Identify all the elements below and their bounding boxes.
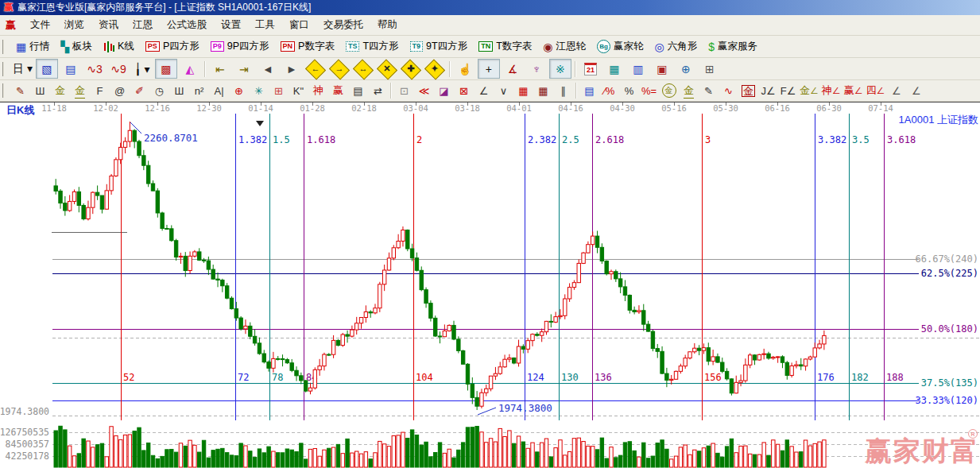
- chart-canvas[interactable]: 11-1812-0212-1612-3001-1401-2802-1803-04…: [0, 102, 980, 468]
- f-comb-button[interactable]: F: [90, 82, 110, 100]
- gold-boxed-tool-button[interactable]: 金: [738, 82, 758, 100]
- red-wave-tool-button[interactable]: ∿: [719, 82, 738, 100]
- shen-angle-tool-button[interactable]: 神∠: [820, 82, 842, 100]
- ruler-123-button[interactable]: ▤: [348, 82, 368, 100]
- parallel-lines-tool-button[interactable]: ∥: [553, 82, 573, 100]
- comb-lines-button[interactable]: Ш: [30, 82, 50, 100]
- menu-item[interactable]: 交易委托: [316, 17, 370, 33]
- n-square-tool-button[interactable]: n²: [189, 82, 209, 100]
- angle-plain-2-button[interactable]: ∠: [906, 82, 926, 100]
- percent-tool-button[interactable]: %: [619, 82, 639, 100]
- diamond-star-button[interactable]: ✦: [424, 59, 446, 79]
- calculator-button[interactable]: ▦: [603, 59, 626, 79]
- percent-slash-tool-button[interactable]: ⁄%: [599, 82, 619, 100]
- menu-item[interactable]: 文件: [23, 17, 57, 33]
- airbrush-tool-button[interactable]: ✎: [10, 82, 30, 100]
- feature-button-p-square[interactable]: PSP四方形: [140, 38, 205, 55]
- v-wave-tool-button[interactable]: ∨: [494, 82, 513, 100]
- feature-button-t-number-table[interactable]: TNT数字表: [473, 38, 537, 55]
- menu-item[interactable]: 设置: [214, 17, 248, 33]
- diamond-plus-button[interactable]: ✚: [400, 59, 422, 79]
- gold-angle-tool-button[interactable]: 金∠: [798, 82, 820, 100]
- diamond-right-button[interactable]: →: [328, 59, 351, 79]
- info-panel-button[interactable]: ▤: [60, 59, 82, 79]
- feature-button-p-number-table[interactable]: PNP数字表: [275, 38, 340, 55]
- feature-button-gann-wheel[interactable]: ◉江恩轮: [537, 38, 591, 55]
- toolbar-grip[interactable]: [2, 62, 7, 76]
- single-candle-dropdown-button[interactable]: ╽ ▾: [131, 59, 153, 79]
- angle-plain-1-button[interactable]: ∠: [886, 82, 906, 100]
- menu-item[interactable]: 帮助: [370, 17, 405, 33]
- x-square-tool-button[interactable]: ⊠: [454, 82, 474, 100]
- export-web-button[interactable]: ⊕: [675, 59, 697, 79]
- red-grid-tool-button[interactable]: ▦: [513, 82, 533, 100]
- spiral-tool-button[interactable]: @: [110, 82, 130, 100]
- menu-item[interactable]: 资讯: [91, 17, 126, 33]
- red-pattern-toggle-button[interactable]: ▩: [155, 59, 177, 79]
- goto-last-button[interactable]: ⇥: [233, 59, 255, 79]
- gold-line-tool-button[interactable]: 金: [679, 82, 699, 100]
- gold-sieve-2-button[interactable]: 金: [70, 82, 90, 100]
- f-angle-tool-button[interactable]: F∠: [778, 82, 798, 100]
- shen-comb-tool-button[interactable]: 神: [308, 82, 328, 100]
- feature-button-sectors[interactable]: ▚板块: [55, 38, 98, 55]
- si-angle-tool-button[interactable]: 四∠: [864, 82, 886, 100]
- dark-grid-tool-button[interactable]: ▦: [533, 82, 553, 100]
- fan-square-tool-button[interactable]: ◪: [434, 82, 454, 100]
- purple-shape-tool-button[interactable]: ♆: [525, 59, 548, 79]
- goto-first-button[interactable]: ⇤: [209, 59, 231, 79]
- pattern-window-toggle-button[interactable]: ▧: [36, 59, 58, 79]
- diamond-horizontal-button[interactable]: ↔: [352, 59, 374, 79]
- diamond-left-button[interactable]: ←: [304, 59, 327, 79]
- prev-bar-button[interactable]: ◄: [257, 59, 279, 79]
- mirror-tool-button[interactable]: A|: [209, 82, 229, 100]
- candle-style-dropdown-button[interactable]: 日 ▾: [11, 59, 34, 79]
- wave-segment-9-button[interactable]: ∿9: [107, 59, 130, 79]
- red-pen-tool-button[interactable]: ✐: [130, 82, 149, 100]
- window-titlebar[interactable]: 赢 赢家江恩专业版[赢家内部服务平台] - [上证指数 SH1A0001-167…: [0, 0, 980, 15]
- colored-chart-button[interactable]: ◭: [179, 59, 201, 79]
- angle-fan-tool-button[interactable]: ∠: [474, 82, 494, 100]
- menu-item[interactable]: 工具: [248, 17, 282, 33]
- j-angle-tool-button[interactable]: J∠: [758, 82, 778, 100]
- ying-angle-tool-button[interactable]: 赢∠: [842, 82, 865, 100]
- feature-button-winner-service[interactable]: $赢家服务: [703, 38, 763, 55]
- toolbar-grip[interactable]: [2, 83, 7, 98]
- toolbar-grip[interactable]: [2, 40, 7, 54]
- comb-lines-2-button[interactable]: Ш: [169, 82, 189, 100]
- workstation-button[interactable]: ⊞: [699, 59, 721, 79]
- feature-button-quotes[interactable]: ▦行情: [10, 38, 55, 55]
- calendar-button[interactable]: 21: [579, 59, 602, 79]
- span-arrows-button[interactable]: ⇄: [368, 82, 388, 100]
- wave-segment-3-button[interactable]: ∿3: [83, 59, 106, 79]
- circle-cross-tool-button[interactable]: ⊕: [229, 82, 249, 100]
- blue-ruler-tool-button[interactable]: ▤: [579, 82, 599, 100]
- web-star-tool-button[interactable]: ✳: [249, 82, 269, 100]
- k-wave-tool-button[interactable]: Kʺ: [289, 82, 308, 100]
- save-button[interactable]: ▣: [651, 59, 673, 79]
- feature-button-hexagon[interactable]: ◎六角形: [649, 38, 703, 55]
- crosshair-tool-button[interactable]: +: [478, 59, 500, 79]
- box-tool-button[interactable]: ⊡: [394, 82, 414, 100]
- gold-sieve-1-button[interactable]: 金: [50, 82, 70, 100]
- chart-area[interactable]: 11-1812-0212-1612-3001-1401-2802-1803-04…: [0, 102, 980, 468]
- menu-item[interactable]: 窗口: [282, 17, 316, 33]
- feature-button-winner-wheel[interactable]: Bg赢家轮: [591, 38, 649, 55]
- percent-eq-tool-button[interactable]: %=: [639, 82, 659, 100]
- menu-item[interactable]: 浏览: [57, 17, 91, 33]
- web-grid-tool-button[interactable]: ⊞: [269, 82, 289, 100]
- brain-maze-toggle-button[interactable]: ※: [549, 59, 571, 79]
- red-fan-tool-button[interactable]: ≪: [414, 82, 434, 100]
- time-clock-tool-button[interactable]: ◷: [149, 82, 169, 100]
- notes-button[interactable]: ▥: [627, 59, 649, 79]
- hand-tool-button[interactable]: ☝: [454, 59, 476, 79]
- knife-pen-tool-button[interactable]: ✎: [699, 82, 719, 100]
- feature-button-kline[interactable]: K线: [98, 38, 140, 55]
- feature-button-t-square[interactable]: TST四方形: [340, 38, 405, 55]
- ying-comb-tool-button[interactable]: 赢: [328, 82, 348, 100]
- feature-button-t9-square[interactable]: T99T四方形: [405, 38, 474, 55]
- menu-item[interactable]: 江恩: [126, 17, 160, 33]
- diamond-cross-button[interactable]: ✕: [376, 59, 398, 79]
- angle-measure-button[interactable]: ∡: [502, 59, 524, 79]
- gold-circle-tool-button[interactable]: 金: [659, 82, 679, 100]
